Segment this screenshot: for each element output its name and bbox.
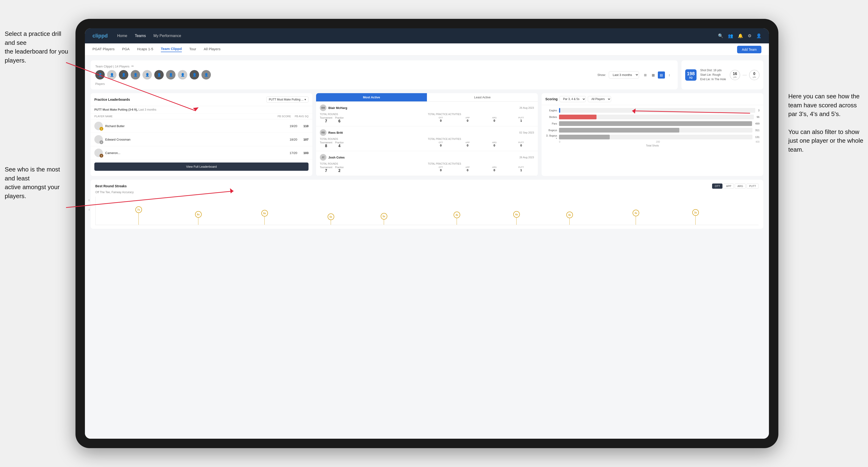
y-label: 4 [88, 209, 90, 211]
subnav-pga[interactable]: PGA [122, 47, 130, 52]
tab-least-active[interactable]: Least Active [427, 93, 538, 101]
avatar: 👤 [178, 70, 187, 80]
streaks-filter-group: OTT APP ARG PUTT [712, 184, 758, 189]
avatar: 1 [94, 122, 103, 130]
streak-stem [198, 218, 198, 225]
stats-group-practice: Total Practice Activities OTT 0 APP 0 [428, 113, 534, 123]
view-leaderboard-button[interactable]: View Full Leaderboard [94, 162, 309, 171]
chart-area: Eagles 3 Birdies [541, 105, 763, 150]
rank-badge-bronze: 3 [99, 154, 103, 158]
stat-practice: Practice 2 [335, 166, 344, 173]
stats-group-practice: Total Practice Activities OTT 0 APP 0 [428, 138, 534, 148]
period-select[interactable]: Last 3 months [609, 71, 639, 79]
streak-dot: 7x [135, 206, 142, 213]
total-practice-label: Total Practice Activities [428, 162, 534, 165]
bar-row-pars: Pars 499 [545, 121, 760, 126]
team-header: Team Clippd | 14 Players ✏ 👤 👤 👤 👤 👤 [91, 60, 678, 89]
streaks-card: Best Round Streaks OTT APP ARG PUTT Off … [91, 180, 763, 229]
people-icon[interactable]: 👥 [728, 33, 733, 38]
nav-home[interactable]: Home [117, 34, 127, 38]
nav-teams[interactable]: Teams [135, 34, 146, 38]
player-filter[interactable]: All Players [588, 96, 611, 102]
bar-label: Birdies [545, 116, 557, 118]
tab-most-active[interactable]: Most Active [316, 93, 427, 101]
activity-date: 26 Aug 2023 [519, 156, 534, 159]
annotation-bottom-left: See who is the most and leastactive amon… [5, 165, 71, 201]
avatar: 👤 [131, 70, 140, 80]
subnav-tour[interactable]: Tour [189, 47, 196, 52]
streak-stem [457, 218, 457, 225]
streak-dot: 5x [381, 213, 387, 220]
bar-label: D. Bogeys + [545, 134, 557, 139]
streak-stem [516, 218, 517, 225]
total-practice-label: Total Practice Activities [428, 113, 534, 116]
stat-putt: PUTT 1 [508, 166, 534, 172]
streak-item: 7x [135, 206, 142, 225]
nav-logo: clippd [92, 33, 108, 39]
stats-group-practice: Total Practice Activities OTT 0 APP 0 [428, 162, 534, 173]
annotation-right: Here you can see how theteam have scored… [788, 92, 863, 154]
sort-icon[interactable]: ↕ [666, 71, 673, 79]
sub-nav: PGAT Players PGA Hcaps 1-5 Team Clippd T… [85, 43, 769, 56]
stat-sub-cols: OTT 0 APP 0 ARG 0 [428, 117, 534, 122]
activity-tabs: Most Active Least Active [316, 93, 538, 102]
stat-arg: ARG 0 [482, 166, 507, 172]
stat-arg: ARG 0 [482, 117, 507, 122]
shot-divider: — [743, 72, 747, 77]
avatar: BM [320, 104, 327, 111]
filter-ott[interactable]: OTT [712, 184, 722, 189]
leaderboard-row: 3 Cameron... 17/20 103 [91, 146, 312, 160]
subnav-pgat[interactable]: PGAT Players [92, 47, 115, 52]
avatar: RB [320, 129, 327, 136]
bar-fill [559, 115, 596, 119]
settings-icon[interactable]: ⚙ [748, 33, 751, 38]
bar-value: 3 [758, 109, 760, 112]
nav-performance[interactable]: My Performance [154, 34, 181, 38]
stat-tournament: Tournament 7 [320, 166, 332, 173]
filter-arg[interactable]: ARG [735, 184, 746, 189]
stat-app: APP 0 [455, 166, 481, 172]
streak-dot: 4x [513, 211, 520, 218]
subnav-teamclippd[interactable]: Team Clippd [161, 47, 182, 52]
stats-group-rounds: Total Rounds Tournament 7 Practice 2 [320, 162, 426, 173]
leaderboard-dropdown[interactable]: PUTT Must Make Putting ... ▾ [266, 96, 309, 102]
search-icon[interactable]: 🔍 [718, 33, 723, 38]
bar-label: Bogeys [545, 129, 557, 132]
players-label: Players [95, 82, 211, 86]
leaderboard-row: 1 Richard Butler 19/20 110 [91, 119, 312, 133]
grid-card-icon[interactable]: ▤ [658, 71, 665, 79]
edit-icon[interactable]: ✏ [131, 64, 134, 68]
bar-row-eagles: Eagles 3 [545, 108, 760, 113]
shot-card: 198 SQ Shot Dist: 16 yds Start Lie: Roug… [681, 60, 763, 89]
activity-stats: Total Rounds Tournament 7 Practice 2 [320, 162, 534, 173]
subnav-hcaps[interactable]: Hcaps 1-5 [137, 47, 153, 52]
subnav-allplayers[interactable]: All Players [204, 47, 220, 52]
add-team-button[interactable]: Add Team [737, 46, 762, 53]
shot-circles: 16 yds — 0 yds [730, 70, 760, 80]
shot-circle-start: 16 yds [730, 70, 740, 80]
streaks-chart: 6 4 7x 6x 6x [95, 197, 758, 225]
avatar: 👤 [202, 70, 211, 80]
shot-details: Shot Dist: 16 yds Start Lie: Rough End L… [700, 68, 726, 82]
grid-large-icon[interactable]: ▦ [650, 71, 657, 79]
stat-tournament: Tournament 8 [320, 141, 332, 148]
bar-row-birdies: Birdies 96 [545, 115, 760, 119]
leaderboard-subtitle: PUTT Must Make Putting (3-6 ft), Last 3 … [91, 106, 312, 114]
bell-icon[interactable]: 🔔 [738, 33, 743, 38]
grid-small-icon[interactable]: ⊞ [642, 71, 649, 79]
bar-track [559, 128, 752, 132]
stat-ott: OTT 0 [428, 117, 454, 122]
bar-value: 311 [755, 129, 760, 132]
activity-date: 26 Aug 2023 [519, 106, 534, 109]
stat-ott: OTT 0 [428, 166, 454, 172]
bar-row-dbogeys: D. Bogeys + 131 [545, 134, 760, 139]
filter-putt[interactable]: PUTT [747, 184, 758, 189]
shot-badge: 198 SQ [685, 69, 696, 81]
scoring-card: Scoring Par 3, 4 & 5s All Players Eagle [541, 93, 763, 176]
avatar: 👤 [119, 70, 128, 80]
user-avatar[interactable]: 👤 [756, 33, 762, 38]
par-filter[interactable]: Par 3, 4 & 5s [559, 96, 586, 102]
filter-app[interactable]: APP [723, 184, 734, 189]
avatar: 👤 [107, 70, 117, 80]
stat-sub-cols: OTT 0 APP 0 ARG 0 [428, 166, 534, 172]
